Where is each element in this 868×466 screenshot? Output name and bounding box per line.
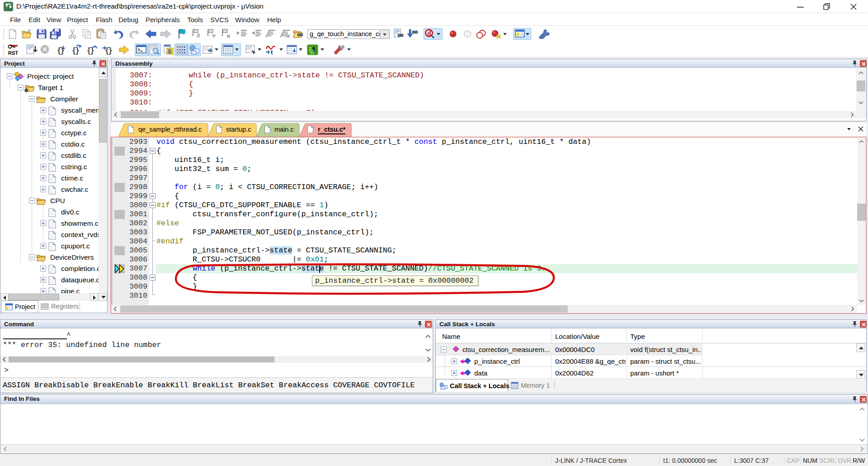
svg-text:{}: {} <box>72 45 79 55</box>
svg-text:d: d <box>427 29 431 37</box>
svg-text:RST: RST <box>8 50 18 56</box>
svg-text:{}: {} <box>105 45 112 55</box>
svg-text:S: S <box>168 48 172 55</box>
svg-text:t: t <box>271 49 273 55</box>
